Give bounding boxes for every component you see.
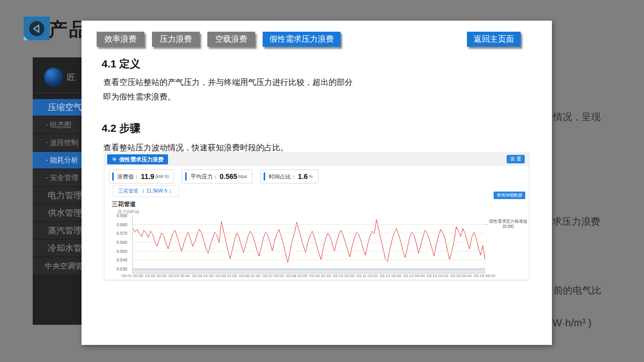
background-text-fragment: 造前的电气比 <box>544 284 601 297</box>
chart-gridline <box>133 233 485 233</box>
stat-unit: Mpa <box>238 174 248 179</box>
stat-value: 0.565 <box>219 172 237 180</box>
x-tick-label: 03-04 01:00 <box>192 274 214 278</box>
y-axis-labels: 0.5900.5800.5700.5600.5500.5400.530 <box>105 215 129 268</box>
stat-average-pressure: 平均压力： 0.565 Mpa <box>182 169 253 184</box>
sidebar-item-band-control[interactable]: - 波段控制 <box>33 134 87 151</box>
chart-title: 三花管道 <box>112 200 136 209</box>
y-tick-label: 0.580 <box>117 222 127 227</box>
detail-modal: 效率浪费 压力浪费 空载浪费 假性需求压力浪费 返回主页面 4.1 定义 查看空… <box>82 21 552 345</box>
x-tick-label: 03-08 02:20 <box>286 274 307 278</box>
screen: 产品 匠 压缩空气 - 组态图 - 波段控制 - 能耗分析 - 安全管理 电力管… <box>0 0 644 362</box>
back-arrow-glyph <box>28 20 46 38</box>
y-tick-label: 0.550 <box>117 249 127 254</box>
tab-false-demand-pressure-waste[interactable]: 假性需求压力浪费 <box>263 32 341 47</box>
stat-accent-bar <box>264 172 265 180</box>
screenshot-header: ✳ 假性需求压力浪费 设 置 <box>105 153 529 166</box>
x-tick-label: 03-02 00:20 <box>145 274 167 278</box>
stats-row: 浪费值： 11.9 (kW·h) 平均压力： 0.565 Mpa 时间占比： 1… <box>109 169 318 184</box>
sidebar-item-safety-management[interactable]: - 安全管理 <box>33 169 87 186</box>
logo-label: 匠 <box>67 71 75 83</box>
datazoom-slider[interactable] <box>132 269 485 274</box>
sidebar-item-hvac[interactable]: 中央空调管理 <box>33 257 87 274</box>
section-body-definition: 查看空压站整站的产气压力，并与终端用气压力进行比较，超出的部分 即为假性需求浪费… <box>103 75 353 104</box>
x-tick-label: 03-07 02:00 <box>263 274 284 278</box>
reference-label-value: (0.58) <box>488 224 529 229</box>
section-heading-definition: 4.1 定义 <box>102 57 140 71</box>
y-tick-label: 0.540 <box>117 257 127 262</box>
stat-value: 11.9 <box>141 172 154 180</box>
x-tick-label: 03-13 04:00 <box>404 274 425 278</box>
y-tick-label: 0.590 <box>117 213 127 218</box>
sidebar: 匠 压缩空气 - 组态图 - 波段控制 - 能耗分析 - 安全管理 电力管理 供… <box>33 57 87 325</box>
x-tick-label: 03-09 02:40 <box>309 274 331 278</box>
chart-plot <box>132 215 485 269</box>
sidebar-item-steam-management[interactable]: 蒸汽管理 <box>33 222 87 239</box>
y-tick-label: 0.560 <box>117 240 127 245</box>
sidebar-item-scada-diagram[interactable]: - 组态图 <box>33 117 87 133</box>
y-tick-label: 0.570 <box>117 231 127 236</box>
sidebar-item-power-management[interactable]: 电力管理 <box>33 187 87 204</box>
waste-tab-row: 效率浪费 压力浪费 空载浪费 假性需求压力浪费 返回主页面 <box>97 32 538 47</box>
x-tick-label: 03-15 04:40 <box>450 274 472 278</box>
tab-idle-waste[interactable]: 空载浪费 <box>207 32 255 47</box>
x-tick-label: 03-06 01:40 <box>239 274 261 278</box>
sidebar-logo-row: 匠 <box>33 65 87 93</box>
tab-efficiency-waste[interactable]: 效率浪费 <box>97 32 144 47</box>
x-tick-label: 03-12 03:40 <box>380 274 401 278</box>
chart-gridline <box>133 224 485 225</box>
body-line: 查看空压站整站的产气压力，并与终端用气压力进行比较，超出的部分 <box>103 75 353 89</box>
x-tick-label: 03-10 03:00 <box>333 274 355 278</box>
section-heading-steps: 4.2 步骤 <box>102 121 140 135</box>
body-line: 即为假性需求浪费。 <box>103 89 353 104</box>
company-logo-icon <box>44 67 63 86</box>
x-tick-label: 03-05 01:20 <box>215 274 237 278</box>
chart-gridline <box>133 251 485 251</box>
x-tick-label: 03-16 05:00 <box>474 274 496 278</box>
sidebar-item-water-supply[interactable]: 供水管理 <box>33 205 87 221</box>
x-tick-label: 03-03 00:40 <box>169 274 190 278</box>
x-tick-label: 03-14 04:20 <box>427 274 448 278</box>
back-arrow-icon[interactable] <box>24 17 50 40</box>
settings-button[interactable]: 设 置 <box>507 155 525 163</box>
reference-line-label: 假性需求压力标准值 (0.58) <box>488 219 529 229</box>
gear-icon: ✳ <box>112 156 117 163</box>
stat-label: 时间占比： <box>269 173 296 180</box>
sidebar-menu: 压缩空气 - 组态图 - 波段控制 - 能耗分析 - 安全管理 电力管理 供水管… <box>33 99 87 274</box>
chart-gridline <box>133 259 485 260</box>
sidebar-item-cooling-water[interactable]: 冷却水管理 <box>33 240 87 256</box>
query-detail-button[interactable]: 查询详细数据 <box>494 192 525 199</box>
x-axis-labels: 03-01 00:0003-02 00:2003-03 00:4003-04 0… <box>132 274 485 279</box>
sidebar-item-compressed-air[interactable]: 压缩空气 <box>33 99 87 116</box>
module-title: 假性需求压力浪费 <box>119 156 164 163</box>
x-tick-label: 03-11 03:20 <box>357 274 378 278</box>
reference-label-text: 假性需求压力标准值 <box>488 219 529 224</box>
tab-pressure-waste[interactable]: 压力浪费 <box>152 32 200 47</box>
stat-label: 平均压力： <box>190 173 218 180</box>
y-tick-label: 0.530 <box>117 266 127 272</box>
x-tick-label: 03-01 00:00 <box>122 274 143 278</box>
stat-unit: % <box>309 174 313 179</box>
stat-unit: (kW·h) <box>155 174 169 179</box>
background-text-fragment: 情况，呈现 <box>553 111 601 124</box>
stat-accent-bar <box>185 172 187 180</box>
series-polyline <box>133 220 485 262</box>
stat-accent-bar <box>112 172 114 180</box>
module-badge: ✳ 假性需求压力浪费 <box>107 154 168 164</box>
background-text-fragment: W·h/m³ ) <box>552 317 592 329</box>
embedded-screenshot: ✳ 假性需求压力浪费 设 置 浪费值： 11.9 (kW·h) 平均压力： 0.… <box>104 152 529 280</box>
sidebar-item-energy-analysis[interactable]: - 能耗分析 <box>33 152 87 168</box>
chart-gridline <box>133 242 485 242</box>
stat-time-ratio: 时间占比： 1.6 % <box>260 169 318 184</box>
stat-waste-value: 浪费值： 11.9 (kW·h) <box>109 169 174 184</box>
pipe-tab-sanhua[interactable]: 三花管道 （ 11.9kW·h ） <box>113 185 179 197</box>
return-home-button[interactable]: 返回主页面 <box>467 32 521 47</box>
stat-value: 1.6 <box>298 172 307 180</box>
stat-label: 浪费值： <box>117 173 139 180</box>
